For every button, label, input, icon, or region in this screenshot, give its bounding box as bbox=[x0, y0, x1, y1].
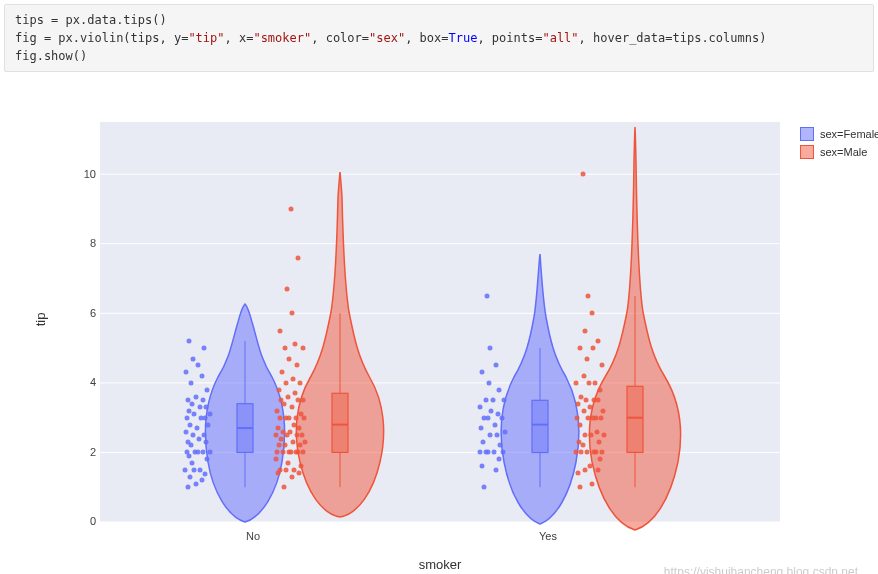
legend-swatch-female bbox=[800, 127, 814, 141]
violin-yes-male[interactable] bbox=[574, 127, 681, 530]
svg-point-196 bbox=[574, 381, 579, 386]
svg-point-23 bbox=[185, 450, 190, 455]
svg-point-140 bbox=[493, 423, 498, 428]
legend-swatch-male bbox=[800, 145, 814, 159]
svg-point-132 bbox=[492, 450, 497, 455]
svg-point-191 bbox=[584, 398, 589, 403]
svg-point-91 bbox=[292, 423, 297, 428]
svg-point-194 bbox=[598, 388, 603, 393]
svg-point-155 bbox=[485, 294, 490, 299]
svg-point-18 bbox=[190, 461, 195, 466]
svg-point-96 bbox=[287, 416, 292, 421]
svg-point-16 bbox=[183, 468, 188, 473]
svg-point-153 bbox=[494, 363, 499, 368]
svg-point-80 bbox=[291, 440, 296, 445]
svg-point-47 bbox=[194, 395, 199, 400]
svg-point-102 bbox=[279, 398, 284, 403]
svg-point-32 bbox=[184, 430, 189, 435]
svg-point-14 bbox=[203, 472, 208, 477]
svg-point-135 bbox=[481, 440, 486, 445]
svg-point-137 bbox=[488, 433, 493, 438]
svg-point-199 bbox=[600, 363, 605, 368]
svg-point-13 bbox=[188, 475, 193, 480]
svg-point-175 bbox=[577, 440, 582, 445]
x-tick-no: No bbox=[233, 530, 273, 542]
svg-point-149 bbox=[484, 398, 489, 403]
svg-point-38 bbox=[203, 416, 208, 421]
svg-point-94 bbox=[278, 416, 283, 421]
y-axis-label: tip bbox=[33, 313, 48, 327]
svg-point-65 bbox=[292, 468, 297, 473]
svg-point-187 bbox=[601, 409, 606, 414]
svg-point-52 bbox=[196, 363, 201, 368]
svg-rect-121 bbox=[532, 400, 548, 452]
svg-rect-56 bbox=[332, 393, 348, 452]
svg-point-136 bbox=[495, 433, 500, 438]
svg-point-108 bbox=[284, 381, 289, 386]
legend-item-female[interactable]: sex=Female bbox=[800, 127, 878, 141]
svg-point-106 bbox=[277, 388, 282, 393]
plot-area[interactable] bbox=[100, 122, 780, 522]
svg-point-144 bbox=[496, 412, 501, 417]
svg-point-151 bbox=[487, 381, 492, 386]
svg-point-179 bbox=[595, 430, 600, 435]
svg-point-201 bbox=[591, 346, 596, 351]
y-tick-0: 0 bbox=[76, 515, 96, 527]
svg-point-83 bbox=[295, 433, 300, 438]
svg-point-90 bbox=[276, 426, 281, 431]
y-tick-2: 2 bbox=[76, 446, 96, 458]
svg-point-125 bbox=[482, 485, 487, 490]
legend-item-male[interactable]: sex=Male bbox=[800, 145, 878, 159]
violin-no-male[interactable] bbox=[274, 172, 384, 517]
code-line-1: tips = px.data.tips() bbox=[15, 13, 167, 27]
svg-point-173 bbox=[581, 443, 586, 448]
svg-point-176 bbox=[589, 433, 594, 438]
svg-point-114 bbox=[283, 346, 288, 351]
violin-yes-female[interactable] bbox=[478, 254, 579, 524]
svg-point-120 bbox=[289, 207, 294, 212]
svg-point-154 bbox=[488, 346, 493, 351]
svg-point-117 bbox=[290, 311, 295, 316]
svg-point-98 bbox=[275, 409, 280, 414]
svg-point-147 bbox=[502, 398, 507, 403]
svg-point-112 bbox=[287, 357, 292, 362]
y-tick-4: 4 bbox=[76, 376, 96, 388]
svg-point-107 bbox=[298, 381, 303, 386]
svg-point-35 bbox=[188, 423, 193, 428]
svg-point-75 bbox=[296, 450, 301, 455]
svg-point-163 bbox=[596, 468, 601, 473]
code-line-2: fig = px.violin(tips, y="tip", x="smoker… bbox=[15, 31, 766, 45]
svg-point-29 bbox=[197, 437, 202, 442]
svg-point-88 bbox=[281, 430, 286, 435]
svg-point-37 bbox=[185, 416, 190, 421]
svg-point-42 bbox=[198, 405, 203, 410]
svg-point-31 bbox=[202, 433, 207, 438]
svg-point-162 bbox=[576, 471, 581, 476]
svg-point-15 bbox=[192, 468, 197, 473]
code-block: tips = px.data.tips() fig = px.violin(ti… bbox=[4, 4, 874, 72]
svg-point-103 bbox=[301, 398, 306, 403]
svg-point-171 bbox=[585, 450, 590, 455]
svg-point-205 bbox=[590, 311, 595, 316]
svg-point-28 bbox=[186, 440, 191, 445]
svg-point-76 bbox=[289, 450, 294, 455]
svg-point-105 bbox=[293, 391, 298, 396]
svg-point-95 bbox=[294, 416, 299, 421]
svg-point-100 bbox=[282, 402, 287, 407]
svg-point-61 bbox=[290, 475, 295, 480]
violin-no-female[interactable] bbox=[183, 304, 285, 522]
svg-point-133 bbox=[484, 450, 489, 455]
legend-label-male: sex=Male bbox=[820, 146, 867, 158]
svg-point-86 bbox=[300, 433, 305, 438]
svg-point-64 bbox=[284, 468, 289, 473]
svg-point-87 bbox=[288, 430, 293, 435]
svg-point-160 bbox=[578, 485, 583, 490]
svg-point-41 bbox=[187, 409, 192, 414]
points-no-female bbox=[183, 339, 213, 490]
svg-point-188 bbox=[588, 405, 593, 410]
svg-point-77 bbox=[283, 443, 288, 448]
svg-point-170 bbox=[600, 450, 605, 455]
svg-point-116 bbox=[278, 329, 283, 334]
svg-point-164 bbox=[583, 468, 588, 473]
svg-point-128 bbox=[497, 457, 502, 462]
